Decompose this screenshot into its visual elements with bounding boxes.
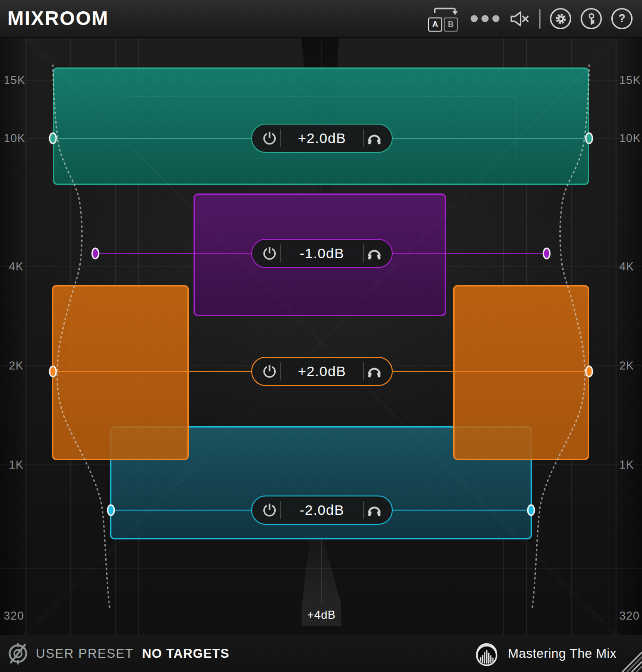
freq-label-1k-right: 1K (619, 458, 642, 472)
freq-label-2k-left: 2K (4, 359, 24, 373)
power-icon (262, 502, 278, 518)
freq-label-10k-right: 10K (619, 131, 642, 145)
band-gain-value-high[interactable]: +2.0dB (281, 130, 363, 146)
band-control-high[interactable]: +2.0dB (251, 124, 393, 153)
more-options-button[interactable] (471, 15, 499, 22)
mute-button[interactable] (509, 9, 530, 28)
brand-name-label: Mastering The Mix (508, 647, 617, 661)
mastering-the-mix-logo-icon (472, 640, 501, 667)
power-icon (262, 245, 278, 261)
band-power-button[interactable] (259, 363, 280, 379)
freq-label-4k-left: 4K (4, 260, 24, 274)
freq-label-1k-left: 1K (4, 458, 24, 472)
key-icon (585, 12, 598, 25)
gain-scale-readout: +4dB (302, 603, 341, 626)
band-control-mid[interactable]: +2.0dB (251, 357, 393, 386)
ab-compare-toggle[interactable]: A B (428, 5, 461, 33)
dot-icon (471, 15, 478, 22)
brand-link[interactable]: Mastering The Mix (472, 640, 642, 667)
headphones-icon (366, 245, 382, 261)
band-solo-button[interactable] (364, 502, 385, 518)
freq-label-2k-right: 2K (619, 359, 642, 373)
band-solo-button[interactable] (364, 245, 385, 261)
band-solo-button[interactable] (364, 363, 385, 379)
freq-label-320-left: 320 (4, 609, 24, 623)
band-solo-button[interactable] (364, 130, 385, 146)
toolbar-divider (539, 9, 541, 29)
power-icon (262, 363, 278, 379)
ab-state-a[interactable]: A (428, 17, 442, 32)
headphones-icon (366, 363, 382, 379)
gear-icon (554, 12, 568, 26)
preset-type-label: USER PRESET (36, 647, 134, 661)
band-power-button[interactable] (259, 502, 280, 518)
help-button[interactable]: ? (611, 8, 633, 29)
band-gain-value-low-mid[interactable]: -2.0dB (281, 502, 363, 518)
settings-button[interactable] (550, 8, 571, 29)
freq-label-10k-left: 10K (4, 131, 24, 145)
freq-label-4k-right: 4K (619, 260, 642, 274)
preset-selector[interactable]: USER PRESET NO TARGETS (0, 642, 229, 665)
band-control-low-mid[interactable]: -2.0dB (251, 496, 393, 525)
license-button[interactable] (581, 8, 602, 29)
freq-label-15k-left: 15K (4, 73, 24, 87)
title-bar-controls: A B (428, 5, 642, 33)
dot-icon (482, 15, 489, 22)
status-bar: USER PRESET NO TARGETS Mastering The Mix (0, 635, 642, 672)
title-bar: MIXROOM A B (0, 0, 642, 38)
headphones-icon (366, 502, 382, 518)
ab-state-b[interactable]: B (444, 17, 458, 32)
band-region-mid-left[interactable] (52, 285, 189, 460)
power-icon (262, 130, 278, 146)
band-region-mid-right[interactable] (453, 285, 589, 460)
band-power-button[interactable] (259, 245, 280, 261)
freq-label-320-right: 320 (619, 609, 642, 623)
freq-label-15k-right: 15K (619, 73, 642, 87)
ab-arrow-icon (429, 6, 460, 17)
mixroom-plugin-window: MIXROOM A B (0, 0, 642, 672)
band-gain-value-mid[interactable]: +2.0dB (281, 363, 363, 379)
headphones-icon (366, 130, 382, 146)
band-power-button[interactable] (259, 130, 280, 146)
frequency-room-view[interactable]: 15K 10K 4K 2K 1K 320 15K 10K 4K 2K 1K 32… (0, 38, 642, 635)
band-control-upper-mid[interactable]: -1.0dB (251, 239, 393, 268)
question-mark-icon: ? (618, 12, 625, 25)
band-gain-value-upper-mid[interactable]: -1.0dB (281, 245, 363, 261)
app-title: MIXROOM (0, 8, 109, 30)
no-target-icon (7, 642, 29, 665)
preset-name-label: NO TARGETS (142, 647, 229, 661)
resize-grip[interactable] (619, 649, 642, 672)
dot-icon (492, 15, 499, 22)
